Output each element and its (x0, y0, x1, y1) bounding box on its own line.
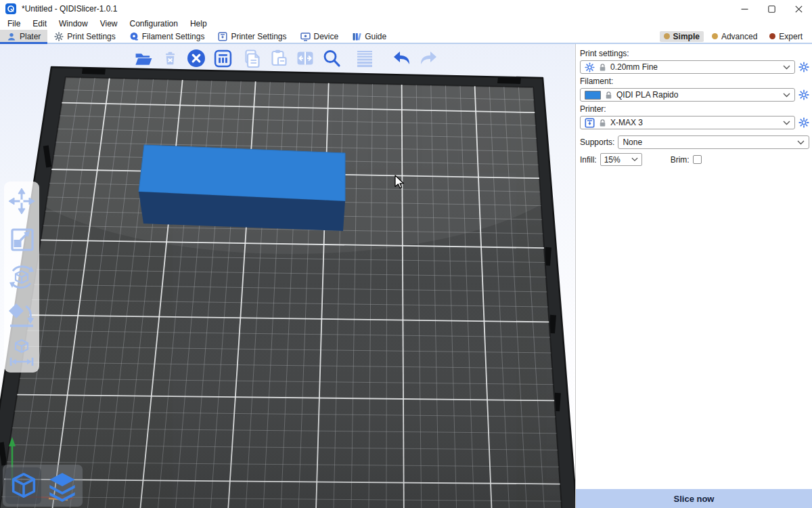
chevron-down-icon (631, 157, 638, 162)
infill-label: Infill: (580, 155, 597, 165)
tab-label: Guide (365, 32, 386, 41)
chevron-down-icon (783, 121, 790, 125)
title-bar: *Untitled - QIDISlicer-1.0.1 (0, 0, 812, 18)
slice-now-button[interactable]: Slice now (576, 489, 812, 508)
mode-label: Simple (673, 32, 700, 41)
close-button[interactable] (785, 0, 812, 18)
tab-label: Filament Settings (142, 32, 205, 41)
edit-print-settings-button[interactable] (798, 62, 809, 73)
menu-file[interactable]: File (1, 18, 26, 30)
mode-expert[interactable]: Expert (765, 31, 807, 42)
printer-label: Printer: (580, 104, 809, 114)
copy-icon[interactable] (242, 48, 263, 68)
window-title: *Untitled - QIDISlicer-1.0.1 (22, 4, 117, 14)
lock-icon (605, 91, 612, 100)
brim-checkbox[interactable] (693, 155, 702, 164)
supports-combo[interactable]: None (618, 135, 809, 149)
move-icon[interactable] (6, 184, 37, 218)
plater-icon (7, 32, 16, 41)
brim-label: Brim: (671, 155, 690, 165)
mode-selector: Simple Advanced Expert (660, 30, 812, 43)
lock-icon (599, 119, 606, 127)
print-settings-icon (54, 32, 64, 41)
menu-window[interactable]: Window (53, 18, 94, 30)
mode-label: Expert (779, 32, 803, 41)
tab-plater[interactable]: Plater (0, 30, 47, 43)
tab-guide[interactable]: Guide (345, 30, 393, 43)
edit-printer-button[interactable] (798, 117, 809, 129)
measure-icon[interactable] (6, 336, 37, 370)
printer-settings-icon (218, 32, 227, 41)
search-icon[interactable] (321, 48, 342, 68)
filament-combo[interactable]: QIDI PLA Rapido (580, 88, 795, 102)
model-top-face (139, 145, 345, 201)
maximize-button[interactable] (758, 0, 785, 18)
filament-settings-icon (129, 32, 139, 41)
chevron-down-icon (783, 93, 790, 98)
gizmo-toolbar (4, 182, 39, 373)
advanced-mode-dot (712, 33, 718, 39)
printer-icon (585, 118, 595, 128)
edit-filament-button[interactable] (798, 89, 809, 101)
delete-icon[interactable] (160, 48, 180, 68)
profile-gear-icon (585, 62, 595, 72)
filament-value: QIDI PLA Rapido (616, 90, 678, 100)
printer-combo[interactable]: X-MAX 3 (580, 116, 795, 129)
mouse-cursor (394, 175, 408, 191)
tab-label: Printer Settings (231, 32, 286, 41)
menu-configuration[interactable]: Configuration (124, 18, 184, 30)
plater-toolbar (133, 48, 438, 68)
model-box (139, 145, 345, 231)
arrange-icon[interactable] (212, 48, 233, 68)
mode-label: Advanced (721, 32, 757, 41)
mode-advanced[interactable]: Advanced (708, 31, 761, 42)
lock-icon (599, 63, 606, 72)
menu-bar: File Edit Window View Configuration Help (0, 18, 812, 30)
print-bed (0, 44, 575, 508)
redo-icon[interactable] (418, 48, 438, 68)
mode-simple[interactable]: Simple (660, 31, 704, 42)
delete-all-icon[interactable] (186, 48, 206, 68)
chevron-down-icon (797, 140, 805, 145)
tab-printer-settings[interactable]: Printer Settings (211, 30, 293, 43)
simple-mode-dot (664, 33, 670, 39)
infill-combo[interactable]: 15% (600, 153, 642, 166)
preview-layers-icon[interactable] (44, 467, 80, 504)
tab-filament-settings[interactable]: Filament Settings (122, 30, 212, 43)
variable-layer-height-icon[interactable] (355, 48, 375, 68)
open-icon[interactable] (133, 48, 154, 68)
tab-print-settings[interactable]: Print Settings (47, 30, 122, 43)
undo-icon[interactable] (392, 48, 412, 68)
print-settings-label: Print settings: (580, 49, 809, 58)
menu-help[interactable]: Help (184, 18, 213, 30)
minimize-button[interactable] (731, 0, 758, 18)
plater-3d-viewport[interactable] (0, 44, 575, 508)
tab-device[interactable]: Device (294, 30, 346, 43)
tab-bar: Plater Print Settings Filament Settings … (0, 30, 812, 44)
menu-edit[interactable]: Edit (26, 18, 53, 30)
expert-mode-dot (769, 33, 775, 39)
settings-sidebar: Print settings: 0.20mm Fine Filament: QI… (575, 44, 812, 508)
device-icon (300, 32, 311, 41)
chevron-down-icon (783, 65, 790, 70)
app-logo-icon (5, 3, 16, 14)
tab-label: Device (314, 32, 339, 41)
print-settings-combo[interactable]: 0.20mm Fine (580, 60, 795, 74)
tab-label: Print Settings (67, 32, 115, 41)
split-icon[interactable] (295, 48, 315, 68)
filament-label: Filament: (580, 77, 809, 86)
3d-view-icon[interactable] (5, 467, 41, 504)
print-settings-value: 0.20mm Fine (610, 62, 658, 72)
qidislicer-window: *Untitled - QIDISlicer-1.0.1 File Edit W… (0, 0, 812, 508)
filament-color-swatch (585, 91, 601, 100)
view-switch-panel (3, 465, 83, 507)
infill-value: 15% (604, 155, 621, 165)
tab-label: Plater (20, 32, 41, 41)
supports-value: None (623, 137, 642, 147)
supports-label: Supports: (580, 137, 614, 147)
place-on-face-icon[interactable] (6, 298, 37, 332)
paste-icon[interactable] (269, 48, 289, 68)
menu-view[interactable]: View (94, 18, 124, 30)
scale-icon[interactable] (6, 222, 37, 256)
rotate-icon[interactable] (6, 260, 37, 294)
